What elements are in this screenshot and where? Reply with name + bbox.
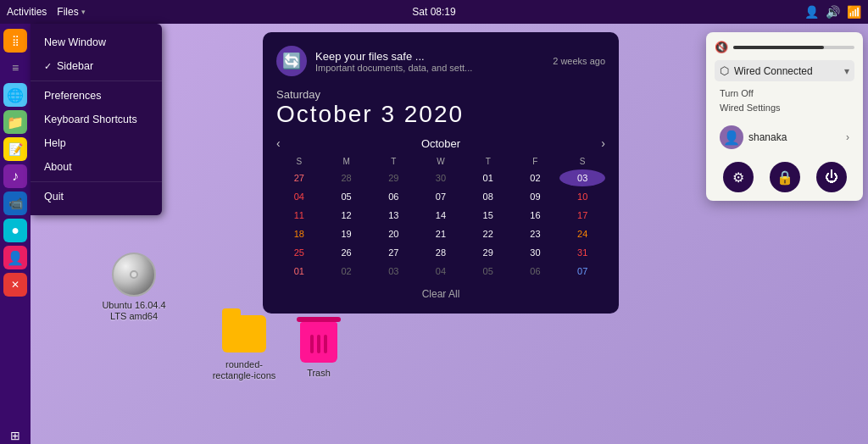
settings-button[interactable]: ⚙ [723, 162, 754, 192]
notification-time: 2 weeks ago [553, 56, 605, 66]
desktop-icon-cd[interactable]: Ubuntu 16.04.4 LTS amd64 [100, 253, 168, 322]
cal-day[interactable]: 06 [513, 263, 559, 280]
wired-settings-button[interactable]: Wired Settings [715, 101, 854, 114]
cal-header-sat: S [559, 155, 605, 168]
cd-icon-label: Ubuntu 16.04.4 LTS amd64 [100, 300, 168, 322]
dock-icon-notes[interactable]: 📝 [3, 137, 27, 161]
cal-day[interactable]: 07 [418, 188, 464, 205]
cal-day[interactable]: 18 [276, 225, 322, 242]
user-icon[interactable]: 👤 [804, 5, 819, 19]
cd-icon-image [112, 253, 156, 297]
cal-day[interactable]: 20 [370, 225, 416, 242]
dock-grid-button[interactable]: ⊞ [3, 415, 27, 439]
dock-icon-remove[interactable]: ✕ [3, 273, 27, 297]
cal-day[interactable]: 23 [513, 225, 559, 242]
folder-icon-image [222, 312, 266, 356]
cal-day[interactable]: 09 [513, 188, 559, 205]
menu-item-preferences[interactable]: Preferences [31, 84, 162, 108]
menu-item-sidebar[interactable]: ✓ Sidebar [31, 54, 162, 78]
cal-day[interactable]: 12 [324, 207, 370, 224]
dock-icon-apps[interactable]: ⣿ [3, 29, 27, 53]
cal-day[interactable]: 03 [370, 263, 416, 280]
cal-day[interactable]: 29 [465, 244, 511, 261]
cal-day[interactable]: 28 [418, 244, 464, 261]
cal-day[interactable]: 10 [559, 188, 605, 205]
files-menu-label: Files [57, 6, 78, 18]
volume-slider[interactable] [733, 46, 854, 49]
cal-day[interactable]: 19 [324, 225, 370, 242]
cal-header-tue: T [370, 155, 416, 168]
cal-day[interactable]: 21 [418, 225, 464, 242]
dock-icon-text[interactable]: ≡ [3, 56, 27, 80]
cal-day[interactable]: 25 [276, 244, 322, 261]
desktop-icon-folder[interactable]: rounded-rectangle-icons [210, 312, 278, 381]
topbar-clock[interactable]: Sat 08:19 [412, 6, 455, 18]
cal-day[interactable]: 14 [418, 207, 464, 224]
topbar-right: 👤 🔊 📶 [804, 5, 861, 19]
cal-day[interactable]: 28 [324, 169, 370, 186]
cal-day[interactable]: 13 [370, 207, 416, 224]
dock-icon-music[interactable]: ♪ [3, 164, 27, 188]
menu-item-quit-label: Quit [44, 191, 64, 203]
menu-item-help[interactable]: Help [31, 131, 162, 155]
activities-button[interactable]: Activities [7, 6, 47, 18]
cal-day[interactable]: 02 [513, 169, 559, 186]
power-icon: ⏻ [825, 169, 838, 185]
dock-icon-video[interactable]: 📹 [3, 191, 27, 215]
cal-day[interactable]: 08 [465, 188, 511, 205]
cal-day[interactable]: 17 [559, 207, 605, 224]
menu-item-quit[interactable]: Quit [31, 185, 162, 208]
menu-item-sidebar-label: Sidebar [57, 60, 93, 72]
cal-day[interactable]: 04 [276, 188, 322, 205]
cal-day[interactable]: 01 [465, 169, 511, 186]
network-panel: 🔇 ⬡ Wired Connected ▾ Turn Off Wired Set… [706, 32, 863, 201]
cal-day[interactable]: 05 [465, 263, 511, 280]
trash-shape [300, 322, 337, 363]
cal-day[interactable]: 02 [324, 263, 370, 280]
cd-hole [130, 270, 138, 279]
cal-day[interactable]: 11 [276, 207, 322, 224]
cal-day[interactable]: 06 [370, 188, 416, 205]
files-menu-button[interactable]: Files ▾ [57, 6, 85, 18]
menu-item-keyboard[interactable]: Keyboard Shortcuts [31, 108, 162, 131]
cal-day[interactable]: 31 [559, 244, 605, 261]
calendar-next[interactable]: › [601, 136, 605, 150]
cal-day[interactable]: 30 [418, 169, 464, 186]
network-icon[interactable]: 📶 [847, 5, 861, 19]
menu-item-new-window[interactable]: New Window [31, 31, 162, 54]
cal-day[interactable]: 27 [276, 169, 322, 186]
cal-day[interactable]: 26 [324, 244, 370, 261]
dock-icon-settings[interactable]: ● [3, 219, 27, 242]
cal-day[interactable]: 30 [513, 244, 559, 261]
clear-all-button[interactable]: Clear All [276, 288, 605, 300]
cal-header-sun: S [276, 155, 322, 168]
cal-day[interactable]: 27 [370, 244, 416, 261]
power-button[interactable]: ⏻ [816, 162, 847, 192]
calendar-prev[interactable]: ‹ [276, 136, 281, 150]
dock-icon-browser[interactable]: 🌐 [3, 83, 27, 107]
cal-day[interactable]: 16 [513, 207, 559, 224]
folder-shape [222, 315, 266, 352]
dock-icon-social[interactable]: 👤 [3, 246, 27, 269]
cal-day[interactable]: 04 [418, 263, 464, 280]
cal-day[interactable]: 05 [324, 188, 370, 205]
calendar: ‹ October › S M T W T F S 27 28 29 30 01… [276, 136, 605, 300]
menu-item-about[interactable]: About [31, 155, 162, 179]
sound-icon[interactable]: 🔊 [826, 5, 840, 19]
panel-buttons: ⚙ 🔒 ⏻ [715, 162, 854, 192]
cal-day[interactable]: 29 [370, 169, 416, 186]
desktop-icon-trash[interactable]: Trash [285, 320, 353, 379]
turn-off-button[interactable]: Turn Off [715, 86, 854, 100]
calendar-header: ‹ October › [276, 136, 605, 150]
cal-day[interactable]: 22 [465, 225, 511, 242]
cal-day[interactable]: 24 [559, 225, 605, 242]
dock-icon-files[interactable]: 📁 [3, 110, 27, 134]
menu-item-about-label: About [44, 161, 72, 173]
trash-lines [310, 331, 327, 353]
cal-day[interactable]: 15 [465, 207, 511, 224]
network-connection-item[interactable]: ⬡ Wired Connected ▾ [715, 60, 854, 81]
lock-button[interactable]: 🔒 [770, 162, 800, 192]
cal-day[interactable]: 07 [559, 263, 605, 280]
cal-day[interactable]: 01 [276, 263, 322, 280]
cal-day-today[interactable]: 03 [559, 169, 605, 186]
